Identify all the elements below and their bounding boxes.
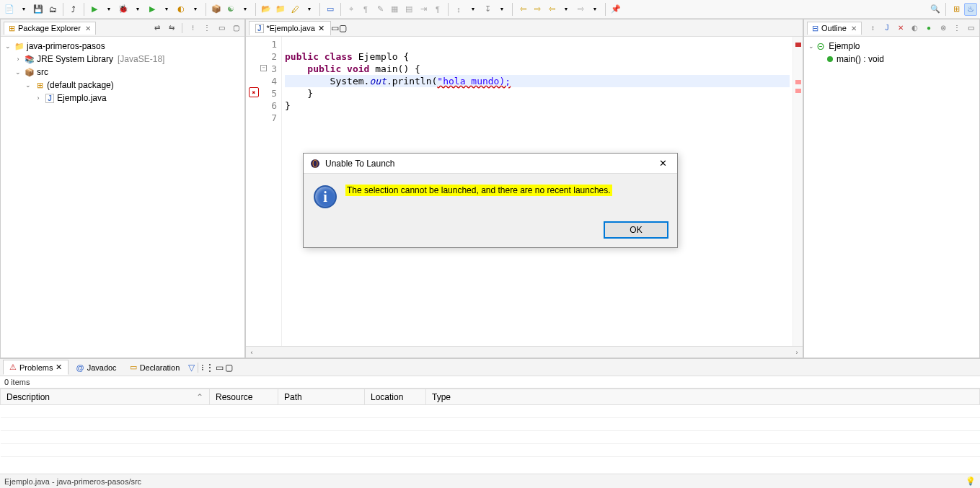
scroll-right-icon[interactable]: ›	[791, 349, 803, 356]
close-icon[interactable]: ✕	[851, 25, 857, 32]
dropdown-icon[interactable]: ▼	[160, 3, 173, 16]
skip-icon[interactable]: ⤴	[67, 3, 80, 16]
overview-error-marker[interactable]	[795, 89, 801, 93]
table-row[interactable]	[1, 405, 980, 418]
dropdown-icon[interactable]: ▼	[303, 3, 316, 16]
close-icon[interactable]: ✕	[654, 158, 671, 169]
dropdown-icon[interactable]: ▼	[588, 3, 601, 16]
dropdown-icon[interactable]: ▼	[17, 3, 30, 16]
table-row[interactable]	[1, 444, 980, 457]
column-header[interactable]: Resource	[210, 389, 278, 405]
shift-icon[interactable]: ⇥	[417, 3, 430, 16]
chevron-down-icon[interactable]: ⌄	[807, 43, 816, 50]
tab-problems[interactable]: ⚠ Problems ✕	[3, 360, 69, 375]
pilcrow2-icon[interactable]: ¶	[431, 3, 444, 16]
package-explorer-tab[interactable]: ⊞ Package Explorer ✕	[4, 22, 96, 35]
column-header[interactable]: Path	[278, 389, 365, 405]
save-icon[interactable]: 💾	[32, 3, 45, 16]
java-perspective-icon[interactable]: ♨	[964, 3, 977, 16]
pin-icon[interactable]: 📌	[609, 3, 622, 16]
save-all-icon[interactable]: 🗂	[46, 3, 59, 16]
link-icon[interactable]: ⇆	[166, 22, 177, 34]
outline-method[interactable]: main() : void	[807, 53, 976, 66]
view-menu-icon[interactable]: ⋮	[951, 22, 962, 34]
table-row[interactable]	[1, 418, 980, 431]
nav-fwd-icon[interactable]: ⇨	[574, 3, 587, 16]
hide-static-icon[interactable]: ◐	[909, 22, 920, 34]
column-header[interactable]: Type	[426, 389, 980, 405]
view-menu-icon[interactable]: ⋮	[206, 363, 214, 373]
ok-button[interactable]: OK	[604, 221, 668, 239]
goto-icon[interactable]: ↕	[452, 3, 465, 16]
tab-declaration[interactable]: ▭ Declaration	[124, 360, 186, 374]
hide-nonpublic-icon[interactable]: ●	[923, 22, 934, 34]
chevron-down-icon[interactable]: ⌄	[14, 68, 22, 76]
outline-class[interactable]: ⌄ Θ Ejemplo	[807, 40, 976, 53]
focus-icon[interactable]: ⁝	[187, 22, 198, 34]
maximize-icon[interactable]: ▢	[225, 363, 233, 373]
dropdown-icon[interactable]: ▼	[131, 3, 144, 16]
maximize-icon[interactable]: ▢	[230, 22, 242, 34]
view-menu-icon[interactable]: ⋮	[201, 22, 213, 34]
block-icon[interactable]: ▦	[388, 3, 401, 16]
pilcrow-icon[interactable]: ¶	[359, 3, 372, 16]
perspective-icon[interactable]: ⊞	[950, 3, 963, 16]
close-icon[interactable]: ✕	[318, 24, 325, 33]
fwd-icon[interactable]: ⇨	[531, 3, 544, 16]
overview-error-marker[interactable]	[795, 80, 801, 84]
chevron-down-icon[interactable]: ⌄	[4, 43, 12, 50]
chevron-right-icon[interactable]: ›	[34, 94, 43, 102]
chevron-right-icon[interactable]: ›	[14, 56, 22, 63]
minimize-icon[interactable]: ▭	[216, 22, 227, 34]
scroll-left-icon[interactable]: ‹	[246, 349, 257, 356]
new-pkg-icon[interactable]: 📦	[210, 3, 223, 16]
dialog-titlebar[interactable]: Unable To Launch ✕	[304, 154, 677, 174]
tree-file[interactable]: › J Ejemplo.java	[4, 92, 242, 105]
open-type-icon[interactable]: 📂	[260, 3, 273, 16]
overview-error-marker[interactable]	[795, 43, 801, 47]
dropdown-icon[interactable]: ▼	[495, 3, 508, 16]
whitespace-icon[interactable]: ▤	[402, 3, 415, 16]
toggle-icon[interactable]: ▭	[324, 3, 337, 16]
tip-icon[interactable]: 💡	[966, 476, 976, 486]
close-icon[interactable]: ✕	[85, 25, 91, 32]
maximize-icon[interactable]: ▢	[339, 23, 347, 33]
outline-tab[interactable]: ⊟ Outline ✕	[807, 22, 862, 35]
new-class-icon[interactable]: ☯	[224, 3, 237, 16]
back-icon[interactable]: ⇦	[516, 3, 529, 16]
sort-icon[interactable]: ↕	[868, 22, 878, 34]
minimize-icon[interactable]: ▭	[216, 363, 224, 373]
tree-package[interactable]: ⌄ ⊞ (default package)	[4, 79, 242, 92]
focus-icon[interactable]: ⁝	[201, 363, 204, 373]
run-ext-icon[interactable]: ▶	[146, 3, 159, 16]
dropdown-icon[interactable]: ▼	[467, 3, 480, 16]
minimize-icon[interactable]: ▭	[966, 22, 976, 34]
column-header[interactable]: Location	[365, 389, 426, 405]
coverage-icon[interactable]: ◐	[175, 3, 187, 16]
dropdown-icon[interactable]: ▼	[102, 3, 115, 16]
editor-scrollbar[interactable]: ‹ ›	[246, 346, 803, 358]
next-ann-icon[interactable]: ↧	[481, 3, 494, 16]
mark-icon[interactable]: ⌖	[345, 3, 358, 16]
quick-access-icon[interactable]: 🔍	[929, 3, 942, 16]
search-icon[interactable]: 🖊	[288, 3, 301, 16]
dropdown-icon[interactable]: ▼	[189, 3, 202, 16]
collapse-icon[interactable]: ⇄	[151, 22, 163, 34]
editor-tab[interactable]: J *Ejemplo.java ✕	[249, 21, 331, 35]
hide-fields-icon[interactable]: ✕	[896, 22, 906, 34]
minimize-icon[interactable]: ▭	[331, 23, 339, 33]
tree-project[interactable]: ⌄ 📁 java-primeros-pasos	[4, 40, 242, 53]
problems-table[interactable]: Description ⌃ResourcePathLocationType	[0, 388, 980, 474]
run-icon[interactable]: ▶	[88, 3, 101, 16]
filter-icon[interactable]: J	[881, 22, 892, 34]
chevron-down-icon[interactable]: ⌄	[24, 81, 32, 89]
new-icon[interactable]: 📄	[3, 3, 16, 16]
dropdown-icon[interactable]: ▼	[239, 3, 252, 16]
tree-src[interactable]: ⌄ 📦 src	[4, 66, 242, 79]
open-task-icon[interactable]: 📁	[274, 3, 287, 16]
tab-javadoc[interactable]: @ Javadoc	[70, 361, 122, 374]
tree-jre[interactable]: › 📚 JRE System Library [JavaSE-18]	[4, 53, 242, 66]
table-row[interactable]	[1, 431, 980, 444]
close-icon[interactable]: ✕	[56, 363, 62, 372]
column-header[interactable]: Description ⌃	[1, 389, 210, 405]
